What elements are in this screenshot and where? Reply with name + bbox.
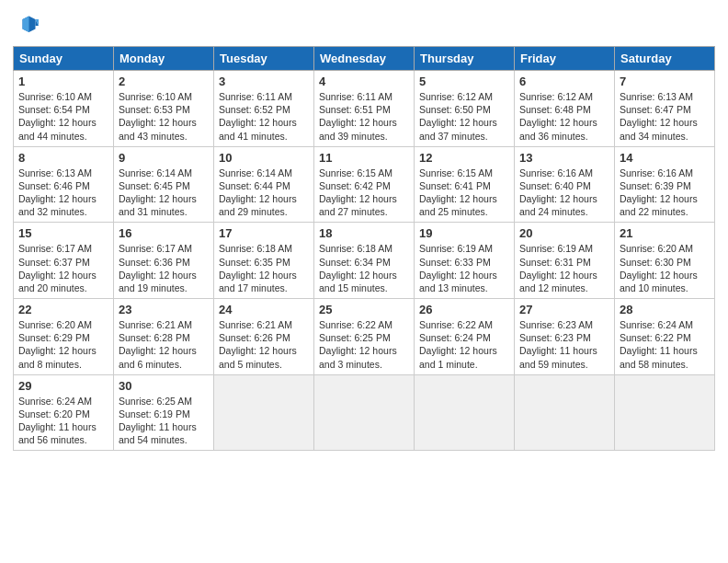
col-header-thursday: Thursday	[415, 47, 515, 71]
cell-text: Sunrise: 6:19 AMSunset: 6:31 PMDaylight:…	[519, 242, 609, 294]
cell-text: Sunrise: 6:14 AMSunset: 6:44 PMDaylight:…	[219, 167, 309, 219]
day-number: 18	[319, 226, 409, 240]
day-number: 2	[119, 75, 209, 88]
cell-3-6: 20Sunrise: 6:19 AMSunset: 6:31 PMDayligh…	[515, 223, 615, 299]
calendar-table: SundayMondayTuesdayWednesdayThursdayFrid…	[13, 46, 715, 451]
cell-1-1: 1Sunrise: 6:10 AMSunset: 6:54 PMDaylight…	[14, 71, 114, 147]
week-row-3: 15Sunrise: 6:17 AMSunset: 6:37 PMDayligh…	[14, 223, 715, 299]
day-number: 29	[18, 379, 108, 393]
day-number: 1	[18, 75, 108, 88]
cell-text: Sunrise: 6:16 AMSunset: 6:40 PMDaylight:…	[519, 167, 609, 219]
cell-text: Sunrise: 6:21 AMSunset: 6:26 PMDaylight:…	[219, 318, 309, 371]
cell-text: Sunrise: 6:20 AMSunset: 6:30 PMDaylight:…	[620, 242, 710, 294]
day-number: 13	[519, 151, 609, 165]
col-header-wednesday: Wednesday	[314, 47, 415, 71]
cell-text: Sunrise: 6:13 AMSunset: 6:46 PMDaylight:…	[18, 167, 108, 219]
cell-text: Sunrise: 6:22 AMSunset: 6:25 PMDaylight:…	[319, 318, 409, 371]
cell-text: Sunrise: 6:18 AMSunset: 6:35 PMDaylight:…	[219, 242, 309, 294]
cell-4-2: 23Sunrise: 6:21 AMSunset: 6:28 PMDayligh…	[114, 299, 214, 375]
day-number: 27	[519, 303, 609, 316]
day-number: 23	[119, 303, 209, 316]
day-number: 3	[219, 75, 309, 88]
cell-text: Sunrise: 6:18 AMSunset: 6:34 PMDaylight:…	[319, 242, 409, 294]
day-number: 5	[419, 75, 509, 88]
week-row-4: 22Sunrise: 6:20 AMSunset: 6:29 PMDayligh…	[14, 299, 715, 375]
day-number: 22	[18, 303, 108, 316]
day-number: 16	[119, 226, 209, 240]
cell-5-4	[314, 374, 415, 451]
cell-4-5: 26Sunrise: 6:22 AMSunset: 6:24 PMDayligh…	[415, 299, 515, 375]
cell-text: Sunrise: 6:25 AMSunset: 6:19 PMDaylight:…	[119, 395, 209, 447]
day-number: 19	[419, 226, 509, 240]
cell-text: Sunrise: 6:10 AMSunset: 6:54 PMDaylight:…	[18, 90, 108, 143]
day-number: 21	[620, 226, 710, 240]
col-header-monday: Monday	[114, 47, 214, 71]
logo	[13, 13, 42, 39]
cell-5-2: 30Sunrise: 6:25 AMSunset: 6:19 PMDayligh…	[114, 374, 214, 451]
cell-1-3: 3Sunrise: 6:11 AMSunset: 6:52 PMDaylight…	[214, 71, 314, 147]
logo-icon	[13, 13, 39, 39]
cell-text: Sunrise: 6:24 AMSunset: 6:22 PMDaylight:…	[620, 318, 710, 371]
cell-3-2: 16Sunrise: 6:17 AMSunset: 6:36 PMDayligh…	[114, 223, 214, 299]
day-number: 9	[119, 151, 209, 165]
cell-text: Sunrise: 6:17 AMSunset: 6:36 PMDaylight:…	[119, 242, 209, 294]
cell-2-3: 10Sunrise: 6:14 AMSunset: 6:44 PMDayligh…	[214, 146, 314, 223]
day-number: 20	[519, 226, 609, 240]
day-number: 26	[419, 303, 509, 316]
page-header	[13, 9, 715, 39]
day-number: 28	[620, 303, 710, 316]
cell-5-5	[415, 374, 515, 451]
cell-text: Sunrise: 6:12 AMSunset: 6:48 PMDaylight:…	[519, 90, 609, 143]
cell-text: Sunrise: 6:23 AMSunset: 6:23 PMDaylight:…	[519, 318, 609, 371]
day-number: 11	[319, 151, 409, 165]
cell-text: Sunrise: 6:24 AMSunset: 6:20 PMDaylight:…	[18, 395, 108, 447]
cell-text: Sunrise: 6:12 AMSunset: 6:50 PMDaylight:…	[419, 90, 509, 143]
week-row-2: 8Sunrise: 6:13 AMSunset: 6:46 PMDaylight…	[14, 146, 715, 223]
cell-text: Sunrise: 6:10 AMSunset: 6:53 PMDaylight:…	[119, 90, 209, 143]
cell-text: Sunrise: 6:13 AMSunset: 6:47 PMDaylight:…	[620, 90, 710, 143]
cell-4-7: 28Sunrise: 6:24 AMSunset: 6:22 PMDayligh…	[615, 299, 715, 375]
cell-text: Sunrise: 6:21 AMSunset: 6:28 PMDaylight:…	[119, 318, 209, 371]
cell-text: Sunrise: 6:14 AMSunset: 6:45 PMDaylight:…	[119, 167, 209, 219]
cell-text: Sunrise: 6:11 AMSunset: 6:52 PMDaylight:…	[219, 90, 309, 143]
cell-1-7: 7Sunrise: 6:13 AMSunset: 6:47 PMDaylight…	[615, 71, 715, 147]
day-number: 4	[319, 75, 409, 88]
cell-1-2: 2Sunrise: 6:10 AMSunset: 6:53 PMDaylight…	[114, 71, 214, 147]
week-row-5: 29Sunrise: 6:24 AMSunset: 6:20 PMDayligh…	[14, 374, 715, 451]
cell-4-1: 22Sunrise: 6:20 AMSunset: 6:29 PMDayligh…	[14, 299, 114, 375]
cell-text: Sunrise: 6:17 AMSunset: 6:37 PMDaylight:…	[18, 242, 108, 294]
col-header-friday: Friday	[515, 47, 615, 71]
day-number: 30	[119, 379, 209, 393]
cell-2-4: 11Sunrise: 6:15 AMSunset: 6:42 PMDayligh…	[314, 146, 415, 223]
cell-1-4: 4Sunrise: 6:11 AMSunset: 6:51 PMDaylight…	[314, 71, 415, 147]
cell-5-1: 29Sunrise: 6:24 AMSunset: 6:20 PMDayligh…	[14, 374, 114, 451]
cell-text: Sunrise: 6:20 AMSunset: 6:29 PMDaylight:…	[18, 318, 108, 371]
col-header-sunday: Sunday	[14, 47, 114, 71]
cell-4-4: 25Sunrise: 6:22 AMSunset: 6:25 PMDayligh…	[314, 299, 415, 375]
cell-1-6: 6Sunrise: 6:12 AMSunset: 6:48 PMDaylight…	[515, 71, 615, 147]
cell-text: Sunrise: 6:16 AMSunset: 6:39 PMDaylight:…	[620, 167, 710, 219]
cell-2-6: 13Sunrise: 6:16 AMSunset: 6:40 PMDayligh…	[515, 146, 615, 223]
cell-3-3: 17Sunrise: 6:18 AMSunset: 6:35 PMDayligh…	[214, 223, 314, 299]
svg-marker-4	[23, 17, 29, 33]
col-header-saturday: Saturday	[615, 47, 715, 71]
cell-2-5: 12Sunrise: 6:15 AMSunset: 6:41 PMDayligh…	[415, 146, 515, 223]
day-number: 17	[219, 226, 309, 240]
cell-4-3: 24Sunrise: 6:21 AMSunset: 6:26 PMDayligh…	[214, 299, 314, 375]
cell-text: Sunrise: 6:11 AMSunset: 6:51 PMDaylight:…	[319, 90, 409, 143]
day-number: 25	[319, 303, 409, 316]
day-number: 12	[419, 151, 509, 165]
week-row-1: 1Sunrise: 6:10 AMSunset: 6:54 PMDaylight…	[14, 71, 715, 147]
col-header-tuesday: Tuesday	[214, 47, 314, 71]
day-number: 6	[519, 75, 609, 88]
day-number: 14	[620, 151, 710, 165]
cell-3-4: 18Sunrise: 6:18 AMSunset: 6:34 PMDayligh…	[314, 223, 415, 299]
header-row: SundayMondayTuesdayWednesdayThursdayFrid…	[14, 47, 715, 71]
page-container: SundayMondayTuesdayWednesdayThursdayFrid…	[0, 0, 728, 460]
day-number: 7	[620, 75, 710, 88]
day-number: 24	[219, 303, 309, 316]
day-number: 10	[219, 151, 309, 165]
cell-text: Sunrise: 6:22 AMSunset: 6:24 PMDaylight:…	[419, 318, 509, 371]
cell-5-6	[515, 374, 615, 451]
cell-text: Sunrise: 6:15 AMSunset: 6:42 PMDaylight:…	[319, 167, 409, 219]
